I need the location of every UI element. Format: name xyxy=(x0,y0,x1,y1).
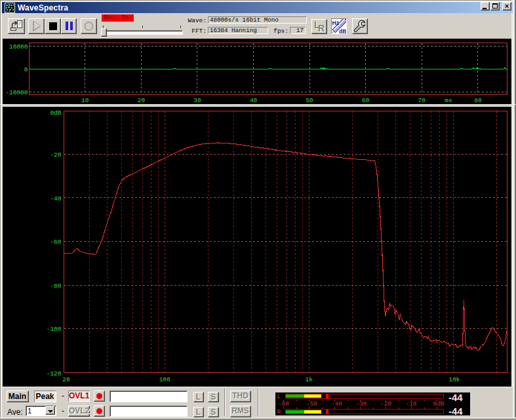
svg-text:-10000: -10000 xyxy=(5,89,28,96)
svg-text:-60: -60 xyxy=(50,239,61,246)
svg-text:20: 20 xyxy=(138,97,146,104)
svg-text:100: 100 xyxy=(159,376,170,383)
svg-text:0dB: 0dB xyxy=(50,109,61,117)
svg-text:-80: -80 xyxy=(50,282,61,290)
svg-text:10: 10 xyxy=(81,97,89,104)
svg-text:-100: -100 xyxy=(47,326,62,333)
svg-text:-40: -40 xyxy=(50,195,61,202)
svg-text:1k: 1k xyxy=(305,376,313,383)
svg-text:dB: dB xyxy=(339,28,346,34)
svg-text:80: 80 xyxy=(474,97,482,104)
svg-text:30: 30 xyxy=(193,97,201,104)
svg-text:ms: ms xyxy=(445,97,452,104)
svg-text:Hz: Hz xyxy=(332,20,339,26)
svg-text:70: 70 xyxy=(418,97,426,104)
svg-text:50: 50 xyxy=(306,97,313,104)
svg-text:-120: -120 xyxy=(47,370,62,377)
svg-text:-20: -20 xyxy=(50,151,61,159)
svg-text:10000: 10000 xyxy=(9,43,28,50)
svg-text:20: 20 xyxy=(62,376,70,383)
svg-text:40: 40 xyxy=(250,97,258,104)
svg-text:0: 0 xyxy=(24,66,28,73)
svg-text:10k: 10k xyxy=(448,376,460,383)
svg-text:60: 60 xyxy=(362,97,370,104)
